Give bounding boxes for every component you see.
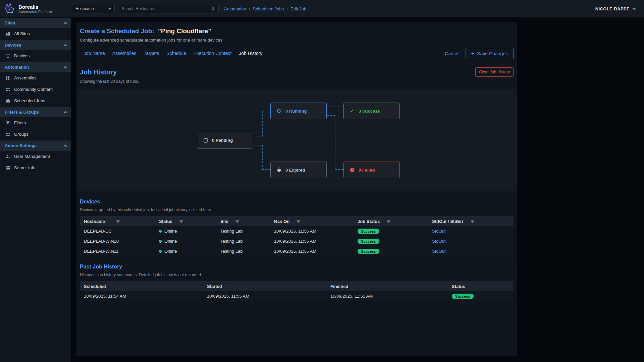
column-stdout-stderr[interactable]: StdOut / StdErr xyxy=(428,219,514,224)
column-job-status[interactable]: Job Status xyxy=(354,219,428,224)
sidebar-section-admin-settings[interactable]: Admin Settings xyxy=(0,140,71,151)
flow-connector xyxy=(262,145,263,170)
table-row: DEEPLAB-DC Online Testing Lab 10/09/2025… xyxy=(80,226,514,236)
stdout-link[interactable]: StdOut xyxy=(432,249,445,254)
column-site[interactable]: Site xyxy=(216,219,270,224)
sort-desc-icon[interactable]: ↓ xyxy=(224,284,226,289)
sidebar-item-all-sites[interactable]: All Sites xyxy=(0,28,71,40)
cell-started: 10/09/2025, 11:55 AM xyxy=(203,294,326,299)
job-history-note: Showing the last 30 days of runs. xyxy=(80,79,514,84)
filter-icon[interactable] xyxy=(116,219,120,224)
filter-icon[interactable] xyxy=(179,219,183,224)
status-badge: Success xyxy=(452,294,474,299)
sidebar-item-label: All Sites xyxy=(14,31,30,36)
sidebar-item-label: Server Info xyxy=(14,165,36,170)
sidebar-section-label: Filters & Groups xyxy=(5,110,39,115)
cell-job-status: Success xyxy=(354,229,428,234)
column-ran-on[interactable]: Ran On xyxy=(270,219,354,224)
hostname-select[interactable]: Hostname xyxy=(72,4,115,13)
sidebar-item-label: Assemblies xyxy=(14,75,36,80)
tab-schedule[interactable]: Schedule xyxy=(163,48,190,59)
breadcrumb-edit-job[interactable]: Edit Job xyxy=(290,6,306,11)
sidebar-item-assemblies[interactable]: Assemblies xyxy=(0,72,71,84)
server-icon xyxy=(5,165,10,171)
sidebar-section-devices[interactable]: Devices xyxy=(0,40,71,50)
column-scheduled[interactable]: Scheduled xyxy=(80,284,203,289)
column-status[interactable]: Status xyxy=(155,219,216,224)
user-gear-icon xyxy=(5,154,10,159)
stopwatch-icon xyxy=(276,167,282,173)
refresh-icon xyxy=(276,108,282,114)
flow-connector xyxy=(335,115,335,170)
sidebar-item-scheduled-jobs[interactable]: Scheduled Jobs xyxy=(0,95,71,107)
cell-stdout: StdOut xyxy=(428,239,514,244)
column-hostname[interactable]: Hostname ↑ xyxy=(80,219,155,224)
clear-job-history-button[interactable]: Clear Job History xyxy=(475,67,514,77)
stdout-link[interactable]: StdOut xyxy=(432,229,445,234)
brand-name: Borealis xyxy=(18,4,52,10)
sidebar-item-groups[interactable]: Groups xyxy=(0,129,71,140)
search-input[interactable] xyxy=(122,6,208,11)
table-row: DEEPLAB-WIN11 Online Testing Lab 10/09/2… xyxy=(80,246,514,256)
failed-count-label: 0 Failed xyxy=(359,168,375,173)
past-job-history-note: Historical job history summaries. Detail… xyxy=(80,273,514,277)
table-row: DEEPLAB-WIN10 Online Testing Lab 10/09/2… xyxy=(80,236,514,246)
tab-job-name[interactable]: Job Name xyxy=(80,48,109,59)
page-title-job-name: "Ping Cloudflare" xyxy=(158,27,211,35)
sidebar-item-label: Groups xyxy=(14,132,29,137)
breadcrumb-separator: › xyxy=(249,6,250,11)
cell-status: Online xyxy=(155,239,216,244)
tab-execution-context[interactable]: Execution Context xyxy=(190,48,235,59)
job-history-heading: Job History xyxy=(80,68,117,76)
monitor-icon xyxy=(5,53,10,59)
running-count-label: 0 Running xyxy=(285,109,307,114)
flow-connector xyxy=(262,169,270,170)
filter-icon[interactable] xyxy=(296,219,301,224)
column-status[interactable]: Status xyxy=(448,284,514,289)
sort-asc-icon[interactable]: ↑ xyxy=(107,219,109,224)
brand: Borealis Automation Platform xyxy=(0,2,71,15)
filter-icon[interactable] xyxy=(386,219,391,224)
sidebar-item-server-info[interactable]: Server Info xyxy=(0,162,71,174)
sidebar-section-label: Automation xyxy=(5,65,29,70)
devices-note: Devices targeted by this scheduled job. … xyxy=(80,207,514,212)
cancel-button[interactable]: Cancel xyxy=(445,51,460,56)
page-title: Create a Scheduled Job: "Ping Cloudflare… xyxy=(80,27,514,35)
search-icon[interactable] xyxy=(210,6,215,12)
breadcrumb-scheduled-jobs[interactable]: Scheduled Jobs xyxy=(253,6,284,11)
cell-finished: 10/09/2025, 11:55 AM xyxy=(326,294,448,299)
job-status-flow-diagram: 0 Pending 0 Running ✓ 3 Success 0 Expire… xyxy=(76,89,517,191)
save-changes-button[interactable]: + Save Changes xyxy=(466,48,514,59)
flow-connector xyxy=(253,136,262,136)
stdout-link[interactable]: StdOut xyxy=(432,239,445,244)
tab-assemblies[interactable]: Assemblies xyxy=(109,48,140,59)
cell-ran-on: 10/09/2025, 11:55 AM xyxy=(270,249,354,254)
sidebar-item-devices[interactable]: Devices xyxy=(0,50,71,62)
briefcase-icon xyxy=(5,98,10,104)
sidebar-item-community-content[interactable]: Community Content xyxy=(0,84,71,95)
sidebar-section-sites[interactable]: Sites xyxy=(0,17,71,28)
sidebar-item-user-management[interactable]: User Management xyxy=(0,151,71,162)
breadcrumb-automation[interactable]: Automation xyxy=(224,6,246,11)
tab-job-history[interactable]: Job History xyxy=(235,48,266,59)
tab-targets[interactable]: Targets xyxy=(140,48,163,59)
filter-icon[interactable] xyxy=(235,219,239,224)
expired-count-label: 0 Expired xyxy=(285,168,305,173)
sidebar-section-filters-groups[interactable]: Filters & Groups xyxy=(0,107,71,117)
cell-hostname: DEEPLAB-WIN10 xyxy=(80,239,155,244)
sidebar-section-automation[interactable]: Automation xyxy=(0,62,71,72)
cell-job-status: Success xyxy=(354,239,428,244)
hostname-select-value: Hostname xyxy=(75,6,94,11)
clipboard-icon xyxy=(203,137,208,143)
sidebar-item-filters[interactable]: Filters xyxy=(0,117,71,129)
check-icon: ✓ xyxy=(349,108,355,114)
column-finished[interactable]: Finished xyxy=(326,284,448,289)
column-started[interactable]: Started ↓ xyxy=(203,284,326,289)
cell-site: Testing Lab xyxy=(216,249,270,254)
page-title-prefix: Create a Scheduled Job: xyxy=(80,27,154,35)
flow-connector xyxy=(327,107,343,107)
filter-icon[interactable] xyxy=(470,219,475,224)
borealis-logo-icon xyxy=(3,2,15,15)
user-menu[interactable]: NICOLE RAPPE xyxy=(595,6,635,11)
top-header: Borealis Automation Platform Hostname Au… xyxy=(0,0,644,17)
